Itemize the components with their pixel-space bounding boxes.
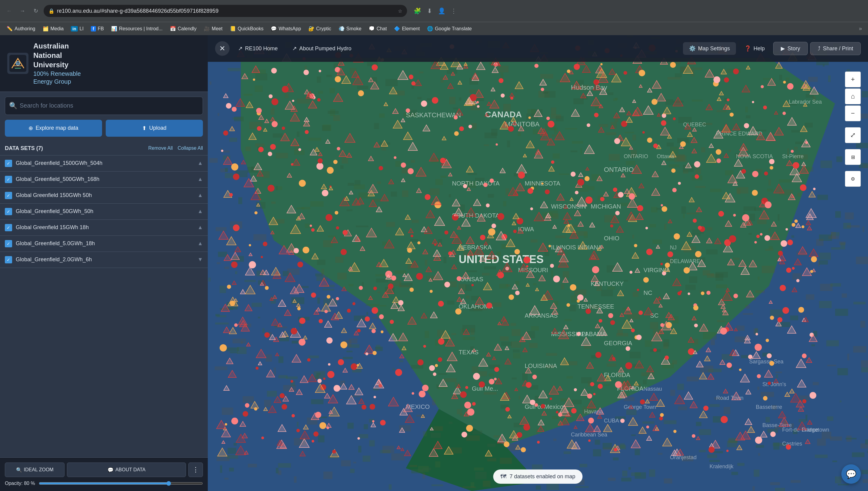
- dataset-checkbox-1[interactable]: [5, 160, 12, 167]
- bookmark-li[interactable]: in LI: [68, 25, 87, 33]
- help-icon: ❓: [744, 45, 751, 52]
- more-options-button[interactable]: ⋮: [188, 463, 203, 477]
- reload-button[interactable]: ↻: [30, 5, 41, 17]
- about-pumped-hydro-label: About Pumped Hydro: [299, 46, 351, 52]
- bookmark-meet[interactable]: 🎥 Meet: [201, 25, 226, 33]
- bookmark-calendly[interactable]: 📅 Calendly: [167, 25, 199, 33]
- dataset-actions: Remove All Collapse All: [148, 145, 203, 151]
- url-display: re100.anu.edu.au/#share-g-d39a5688446926…: [57, 8, 396, 14]
- bookmark-whatsapp[interactable]: 💬 WhatsApp: [268, 25, 304, 33]
- chat-button-icon: 💬: [846, 469, 857, 479]
- group-subtitle: 100% RenewableEnergy Group: [33, 70, 81, 85]
- ideal-zoom-button[interactable]: 🔍 IDEAL ZOOM: [5, 463, 64, 477]
- address-bar[interactable]: 🔒 re100.anu.edu.au/#share-g-d39a56884469…: [43, 5, 407, 17]
- zoom-in-button[interactable]: +: [845, 71, 861, 87]
- collapse-all-button[interactable]: Collapse All: [178, 145, 203, 151]
- forward-button[interactable]: →: [17, 5, 28, 17]
- dataset-item-7[interactable]: Global_Greenfield_2.0GWh_6h ▼: [0, 252, 208, 268]
- upload-icon: ⬆: [142, 125, 147, 132]
- dataset-item-1[interactable]: Global_Greenfield_1500GWh_504h ▲: [0, 155, 208, 172]
- bookmark-chat-label: Chat: [376, 26, 387, 31]
- back-button[interactable]: ←: [4, 5, 14, 17]
- bookmark-fb[interactable]: f FB: [88, 25, 107, 33]
- profile-button[interactable]: 👤: [436, 5, 447, 17]
- bookmark-media-label: Media: [51, 26, 64, 31]
- close-map-button[interactable]: ✕: [215, 41, 229, 56]
- re100-home-link[interactable]: ↗ RE100 Home: [232, 42, 284, 55]
- dataset-checkbox-4[interactable]: [5, 208, 12, 215]
- help-button[interactable]: ❓ Help: [738, 42, 771, 55]
- browser-frame: ← → ↻ 🔒 re100.anu.edu.au/#share-g-d39a56…: [0, 0, 868, 491]
- about-data-label: ABOUT DATA: [115, 467, 146, 472]
- explore-map-data-button[interactable]: ⊕ Explore map data: [5, 120, 102, 137]
- sidebar-footer: 🔍 IDEAL ZOOM 💬 ABOUT DATA ⋮ Opacity: 80 …: [0, 457, 208, 491]
- dataset-checkbox-3[interactable]: [5, 192, 12, 199]
- bookmark-element[interactable]: 🔷 Element: [391, 25, 423, 33]
- map-area[interactable]: ✕ ↗ RE100 Home ↗ About Pumped Hydro ⚙️ M…: [208, 35, 868, 491]
- downloads-button[interactable]: ⬇: [424, 5, 435, 17]
- quickbooks-icon: 📒: [230, 26, 236, 31]
- home-button[interactable]: ⌂: [845, 88, 861, 104]
- map-canvas: [208, 35, 868, 491]
- ideal-zoom-label: IDEAL ZOOM: [24, 467, 54, 472]
- upload-label: Upload: [149, 125, 166, 131]
- dataset-name-1: Global_Greenfield_1500GWh_504h: [16, 160, 197, 166]
- layers-button[interactable]: ⊞: [845, 149, 861, 165]
- university-name: AustralianNationalUniversity: [33, 41, 81, 70]
- bookmark-gtranslate[interactable]: 🌐 Google Translate: [424, 25, 475, 33]
- map-status-bar: 🗺 7 datasets enabled on map: [493, 469, 582, 484]
- bookmark-cryptic[interactable]: 🔐 Cryptic: [305, 25, 334, 33]
- comment-icon: 💬: [107, 467, 114, 473]
- dataset-item-4[interactable]: Global_Greenfield_50GWh_50h ▲: [0, 204, 208, 220]
- bookmark-authoring[interactable]: ✏️ Authoring: [4, 25, 38, 33]
- sidebar: AustralianNationalUniversity 100% Renewa…: [0, 35, 208, 491]
- remove-all-button[interactable]: Remove All: [148, 145, 173, 151]
- bookmark-resources[interactable]: 📊 Resources | Introd...: [108, 25, 166, 33]
- share-print-label: Share / Print: [823, 46, 853, 52]
- action-buttons: ⊕ Explore map data ⬆ Upload: [0, 120, 208, 142]
- dataset-item-2[interactable]: Global_Greenfield_500GWh_168h ▲: [0, 172, 208, 187]
- bookmark-chat[interactable]: 💭 Chat: [366, 25, 390, 33]
- map-settings-button[interactable]: ⚙️ Map Settings: [683, 42, 736, 55]
- sidebar-header: AustralianNationalUniversity 100% Renewa…: [0, 35, 208, 92]
- re100-home-label: RE100 Home: [245, 46, 278, 52]
- story-button[interactable]: ▶ Story: [773, 42, 808, 55]
- security-icon: 🔒: [49, 8, 55, 14]
- map-options-button[interactable]: ⚙: [845, 171, 861, 187]
- bookmark-resources-label: Resources | Introd...: [119, 26, 163, 31]
- search-input[interactable]: [5, 97, 203, 115]
- search-box: 🔍: [0, 92, 208, 120]
- dataset-item-5[interactable]: Global Greenfield 15GWh 18h ▲: [0, 220, 208, 236]
- chat-button[interactable]: 💬: [841, 464, 861, 484]
- bookmarks-more-icon[interactable]: »: [857, 24, 864, 33]
- zoom-out-button[interactable]: −: [845, 106, 861, 121]
- about-pumped-hydro-link[interactable]: ↗ About Pumped Hydro: [286, 42, 358, 55]
- menu-button[interactable]: ⋮: [448, 5, 459, 17]
- dataset-checkbox-6[interactable]: [5, 240, 12, 247]
- bookmark-media[interactable]: 🗂️ Media: [40, 25, 67, 33]
- element-icon: 🔷: [394, 26, 400, 31]
- dataset-name-3: Global Greenfield 150GWh 50h: [16, 192, 197, 199]
- about-data-button[interactable]: 💬 ABOUT DATA: [67, 463, 186, 477]
- share-print-button[interactable]: ⤴ Share / Print: [810, 42, 861, 55]
- calendly-icon: 📅: [170, 26, 176, 31]
- dataset-chevron-5: ▲: [197, 224, 203, 231]
- dataset-checkbox-5[interactable]: [5, 224, 12, 231]
- dataset-name-4: Global_Greenfield_50GWh_50h: [16, 208, 197, 214]
- dataset-item-6[interactable]: Global_Greenfield_5.0GWh_18h ▲: [0, 236, 208, 252]
- dataset-checkbox-2[interactable]: [5, 176, 12, 183]
- bookmark-li-label: LI: [80, 26, 84, 31]
- upload-button[interactable]: ⬆ Upload: [106, 120, 203, 137]
- bookmark-star-icon[interactable]: ☆: [398, 8, 402, 14]
- search-wrapper: 🔍: [5, 97, 203, 115]
- bookmark-quickbooks[interactable]: 📒 QuickBooks: [227, 25, 267, 33]
- extensions-button[interactable]: 🧩: [412, 5, 423, 17]
- bookmark-meet-label: Meet: [212, 26, 223, 31]
- fullscreen-button[interactable]: ⤢: [845, 127, 861, 143]
- bookmark-smoke[interactable]: 💨 Smoke: [336, 25, 365, 33]
- dataset-checkbox-7[interactable]: [5, 256, 12, 263]
- bookmark-calendly-label: Calendly: [178, 26, 196, 31]
- dataset-item-3[interactable]: Global Greenfield 150GWh 50h ▲: [0, 187, 208, 204]
- opacity-slider[interactable]: [39, 481, 203, 486]
- dataset-list: Global_Greenfield_1500GWh_504h ▲ Global_…: [0, 155, 208, 457]
